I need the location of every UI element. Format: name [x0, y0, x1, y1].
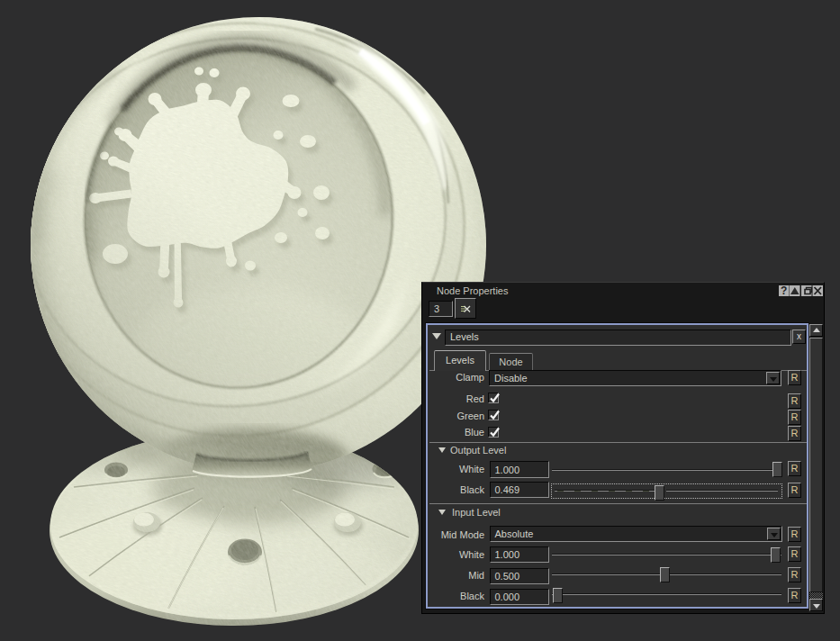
svg-text:?: ? — [781, 285, 787, 296]
